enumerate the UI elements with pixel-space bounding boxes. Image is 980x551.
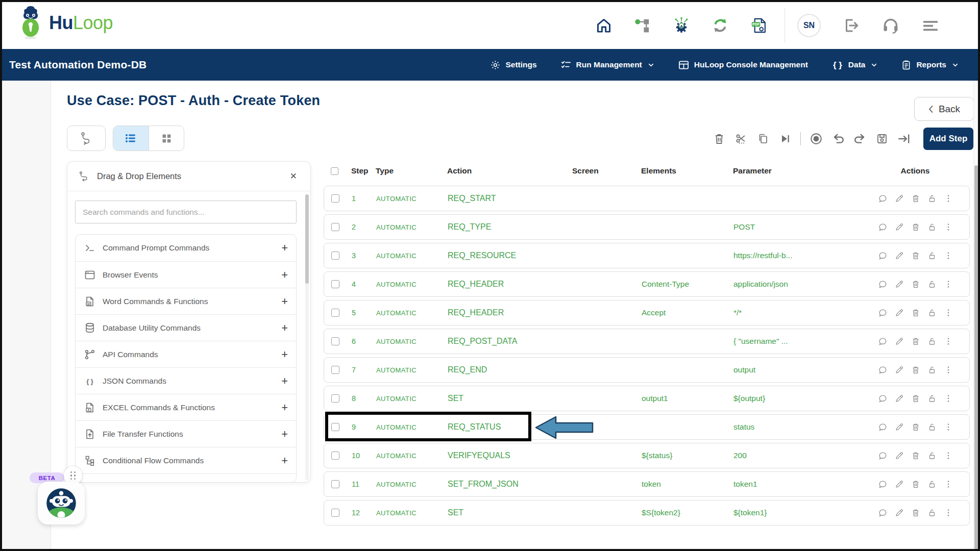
redo-icon[interactable] [853,132,867,145]
table-row[interactable]: 1 AUTOMATIC REQ_START [324,186,970,211]
search-input[interactable] [75,201,297,223]
support-headset-icon[interactable] [881,16,900,35]
comment-icon[interactable] [878,194,888,204]
command-category-item[interactable]: File Transfer Functions + [76,420,296,447]
unlock-icon[interactable] [927,480,937,489]
copy-icon[interactable] [756,132,770,145]
more-kebab-icon[interactable] [944,251,953,260]
run-to-step-icon[interactable] [778,132,792,145]
delete-trash-icon[interactable] [911,308,920,317]
nav-run-management[interactable]: Run Management [560,59,654,70]
unlock-icon[interactable] [927,422,937,432]
command-category-item[interactable]: Command Prompt Commands + [76,235,296,261]
unlock-icon[interactable] [927,365,937,374]
table-row[interactable]: 10 AUTOMATIC VERIFYEQUALS ${status} 200 [324,443,970,468]
edit-pencil-icon[interactable] [895,280,904,289]
huloop-logo[interactable]: HuLoop [17,6,113,40]
avatar[interactable]: SN [797,14,821,37]
delete-trash-icon[interactable] [911,251,920,260]
workflow-icon[interactable] [633,16,652,35]
expand-plus-icon[interactable]: + [281,268,288,282]
table-row[interactable]: 3 AUTOMATIC REQ_RESOURCE https://restful… [324,243,970,268]
edit-pencil-icon[interactable] [895,451,904,460]
more-kebab-icon[interactable] [944,508,953,517]
nav-settings[interactable]: Settings [490,60,536,70]
more-kebab-icon[interactable] [944,394,953,403]
comment-icon[interactable] [878,451,888,461]
logout-icon[interactable] [841,16,861,35]
delete-trash-icon[interactable] [911,222,920,232]
comment-icon[interactable] [878,480,888,489]
comment-icon[interactable] [878,508,888,518]
expand-plus-icon[interactable]: + [281,428,288,441]
unlock-icon[interactable] [927,251,937,260]
unlock-icon[interactable] [927,394,937,403]
more-kebab-icon[interactable] [944,451,953,460]
edit-pencil-icon[interactable] [895,422,904,432]
import-steps-icon[interactable] [897,132,911,145]
row-checkbox[interactable] [331,252,339,260]
sync-icon[interactable] [710,16,730,35]
row-checkbox[interactable] [331,452,339,460]
back-button[interactable]: Back [914,97,974,121]
more-kebab-icon[interactable] [944,194,953,203]
delete-trash-icon[interactable] [911,451,920,460]
comment-icon[interactable] [878,365,888,375]
table-row[interactable]: 7 AUTOMATIC REQ_END output [324,357,970,383]
panel-scrollbar[interactable] [305,194,309,480]
row-checkbox[interactable] [331,423,339,431]
unlock-icon[interactable] [927,508,937,517]
table-row[interactable]: 2 AUTOMATIC REQ_TYPE POST [324,214,970,240]
add-step-button[interactable]: Add Step [923,128,973,150]
record-icon[interactable] [810,132,823,145]
table-row[interactable]: 5 AUTOMATIC REQ_HEADER Accept */* [324,300,970,325]
home-icon[interactable] [594,16,614,35]
row-checkbox[interactable] [331,394,339,403]
edit-pencil-icon[interactable] [895,394,904,403]
table-row[interactable]: 12 AUTOMATIC SET $S{token2} ${token1} [324,500,970,525]
page-scrollbar[interactable] [973,81,978,551]
delete-trash-icon[interactable] [911,480,920,489]
comment-icon[interactable] [878,394,888,404]
menu-hamburger-icon[interactable] [921,16,940,35]
flow-view-toggle[interactable] [67,126,106,151]
command-category-item[interactable]: EXCEL Commands & Functions + [76,394,296,420]
table-row[interactable]: 9 AUTOMATIC REQ_STATUS status [324,414,970,440]
row-checkbox[interactable] [331,223,339,231]
unlock-icon[interactable] [927,308,937,317]
unlock-icon[interactable] [927,280,937,289]
comment-icon[interactable] [878,308,888,318]
command-category-item[interactable]: Database Utility Commands + [76,314,296,341]
delete-steps-icon[interactable] [713,132,726,145]
comment-icon[interactable] [878,280,888,289]
table-row[interactable]: 6 AUTOMATIC REQ_POST_DATA { "username" .… [324,329,970,354]
more-kebab-icon[interactable] [944,308,953,317]
unlock-icon[interactable] [927,194,937,203]
edit-pencil-icon[interactable] [895,308,904,317]
row-checkbox[interactable] [331,480,339,488]
comment-icon[interactable] [878,251,888,261]
row-checkbox[interactable] [331,194,339,203]
expand-plus-icon[interactable]: + [281,454,288,467]
more-kebab-icon[interactable] [944,337,953,346]
command-category-item[interactable]: Conditional Flow Commands + [76,447,296,473]
unlock-icon[interactable] [927,222,937,232]
edit-pencil-icon[interactable] [895,365,904,374]
more-kebab-icon[interactable] [944,422,953,432]
more-kebab-icon[interactable] [944,480,953,489]
delete-trash-icon[interactable] [911,508,920,517]
ai-automation-icon[interactable]: A [672,16,691,35]
nav-reports[interactable]: Reports [901,60,959,70]
comment-icon[interactable] [878,422,888,432]
undo-icon[interactable] [831,132,845,145]
row-checkbox[interactable] [331,309,339,317]
expand-plus-icon[interactable]: + [281,295,288,308]
select-all-checkbox[interactable] [331,167,338,175]
unlock-icon[interactable] [927,451,937,460]
nav-console-management[interactable]: HuLoop Console Management [678,59,808,71]
edit-pencil-icon[interactable] [895,222,904,232]
edit-pencil-icon[interactable] [895,480,904,489]
pdf-export-icon[interactable]: PDF [749,16,769,35]
comment-icon[interactable] [878,222,888,232]
delete-trash-icon[interactable] [911,280,920,289]
